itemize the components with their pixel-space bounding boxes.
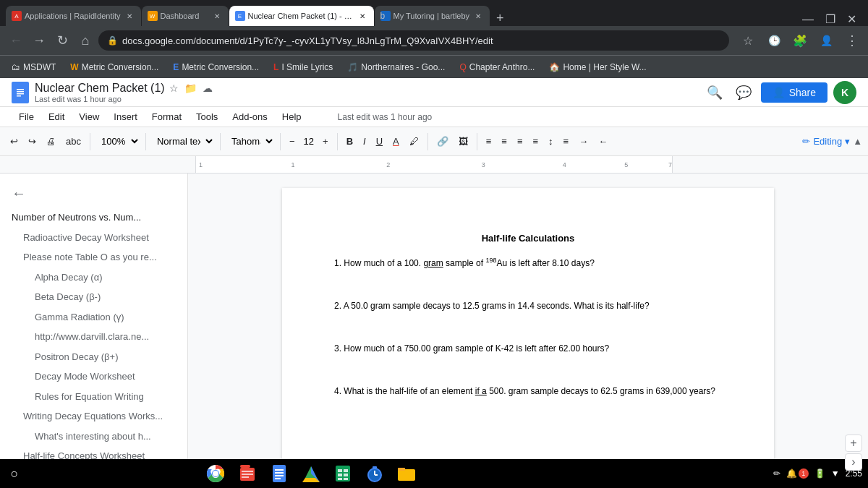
sidebar-item-8[interactable]: Decay Mode Worksheet xyxy=(0,367,187,387)
close-button[interactable]: ✕ xyxy=(847,12,856,26)
star-icon[interactable]: ☆ xyxy=(169,82,179,94)
editing-status[interactable]: ✏ Editing ▾ ▲ xyxy=(802,136,862,147)
svg-rect-8 xyxy=(240,465,250,468)
taskbar-files-icon[interactable] xyxy=(234,461,260,487)
new-tab-button[interactable]: + xyxy=(490,11,510,26)
move-to-drive-icon[interactable]: 📁 xyxy=(184,82,197,94)
highlight-button[interactable]: 🖊 xyxy=(405,133,423,150)
font-select[interactable]: Tahoma xyxy=(225,133,276,150)
restore-button[interactable]: ❐ xyxy=(825,12,835,26)
doc-page[interactable]: Half-life Calculations 1. How much of a … xyxy=(282,188,774,459)
bookmark-smile[interactable]: L I Smile Lyrics xyxy=(268,61,339,74)
sidebar-item-11[interactable]: What's interesting about h... xyxy=(0,427,187,447)
bookmark-northernaires[interactable]: 🎵 Northernaires - Goo... xyxy=(341,61,451,74)
taskbar-os-button[interactable]: ○ xyxy=(6,466,23,481)
account-icon[interactable]: 👤 xyxy=(816,30,836,51)
taskbar-docs-icon[interactable] xyxy=(266,461,292,487)
zoom-select[interactable]: 100% xyxy=(95,133,141,150)
history-icon[interactable]: 🕒 xyxy=(764,30,784,51)
tab-close-bartleby[interactable]: ✕ xyxy=(472,10,484,22)
outdent-button[interactable]: ← xyxy=(594,133,612,150)
refresh-button[interactable]: ↻ xyxy=(52,30,72,51)
italic-button[interactable]: I xyxy=(359,133,370,150)
image-button[interactable]: 🖼 xyxy=(454,133,472,150)
back-button[interactable]: ← xyxy=(6,30,26,51)
sidebar-item-6[interactable]: http://www.darvill.clara.ne... xyxy=(0,327,187,347)
undo-button[interactable]: ↩ xyxy=(6,133,22,150)
align-justify-button[interactable]: ≡ xyxy=(528,133,542,150)
sidebar-item-7[interactable]: Positron Decay (β+) xyxy=(0,347,187,367)
menu-help[interactable]: Help xyxy=(275,108,309,125)
comments-icon[interactable]: 💬 xyxy=(732,81,755,104)
bookmark-msdwt[interactable]: 🗂 MSDWT xyxy=(6,61,61,74)
menu-tools[interactable]: Tools xyxy=(189,108,225,125)
sidebar-item-2[interactable]: Please note Table O as you re... xyxy=(0,247,187,267)
home-button[interactable]: ⌂ xyxy=(75,30,95,51)
doc-expand-button[interactable]: + xyxy=(845,435,862,452)
taskbar-timer-icon[interactable] xyxy=(362,461,388,487)
sidebar-item-5[interactable]: Gamma Radiation (γ) xyxy=(0,307,187,328)
doc-collapse-button[interactable]: › xyxy=(845,453,862,459)
menu-file[interactable]: File xyxy=(12,108,41,125)
taskbar-edit-icon[interactable]: ✏ xyxy=(773,468,780,479)
taskbar-folder-icon[interactable] xyxy=(393,461,420,487)
sidebar-item-1[interactable]: Radioactive Decay Worksheet xyxy=(0,228,187,248)
search-icon[interactable]: 🔍 xyxy=(703,81,726,104)
indent-button[interactable]: → xyxy=(574,133,592,150)
font-size-increase[interactable]: + xyxy=(318,133,333,150)
text-color-button[interactable]: A xyxy=(388,133,404,150)
tab-nuclear[interactable]: E Nuclear Chem Packet (1) - Goog... ✕ xyxy=(229,6,374,26)
align-left-button[interactable]: ≡ xyxy=(482,133,496,150)
extensions-icon[interactable]: 🧩 xyxy=(790,30,810,51)
taskbar-chrome-icon[interactable] xyxy=(203,461,229,487)
sidebar-item-10[interactable]: Writing Decay Equations Works... xyxy=(0,406,187,427)
tab-close-dashboard[interactable]: ✕ xyxy=(211,10,223,22)
align-right-button[interactable]: ≡ xyxy=(513,133,527,150)
minimize-button[interactable]: — xyxy=(802,13,814,26)
tab-close-rapididentity[interactable]: ✕ xyxy=(124,10,135,22)
style-select[interactable]: Normal text xyxy=(150,133,216,150)
bookmark-metric1[interactable]: W Metric Conversion... xyxy=(64,61,164,74)
taskbar-sheets-icon[interactable] xyxy=(330,461,356,487)
address-bar[interactable]: 🔒 docs.google.com/document/d/1PyTc7y-_-c… xyxy=(98,30,729,51)
bold-button[interactable]: B xyxy=(342,133,357,150)
bookmark-chapter[interactable]: Q Chapter Anthro... xyxy=(454,61,540,74)
redo-button[interactable]: ↪ xyxy=(24,133,41,150)
bookmark-star-icon[interactable]: ☆ xyxy=(738,30,758,51)
menu-view[interactable]: View xyxy=(72,108,106,125)
align-center-button[interactable]: ≡ xyxy=(497,133,511,150)
sidebar-item-12[interactable]: Half-life Concepts Worksheet xyxy=(0,446,187,459)
editing-collapse-icon[interactable]: ▲ xyxy=(853,136,862,147)
menu-format[interactable]: Format xyxy=(145,108,189,125)
tab-dashboard[interactable]: W Dashboard ✕ xyxy=(142,6,229,26)
sidebar-item-9[interactable]: Rules for Equation Writing xyxy=(0,387,187,407)
outline-back-button[interactable]: ← xyxy=(0,179,187,207)
svg-rect-33 xyxy=(373,466,377,468)
sidebar-item-3[interactable]: Alpha Decay (α) xyxy=(0,267,187,288)
tab-close-nuclear[interactable]: ✕ xyxy=(357,10,368,22)
tab-rapididentity[interactable]: A Applications | RapidIdentity ✕ xyxy=(6,6,141,26)
line-spacing-button[interactable]: ↕ xyxy=(544,133,558,150)
underline-button[interactable]: U xyxy=(372,133,387,150)
cloud-status-icon[interactable]: ☁ xyxy=(203,82,213,94)
tab-bartleby[interactable]: b My Tutoring | bartleby ✕ xyxy=(375,6,490,26)
link-button[interactable]: 🔗 xyxy=(433,133,453,150)
menu-edit[interactable]: Edit xyxy=(41,108,72,125)
user-avatar[interactable]: K xyxy=(833,81,856,104)
bookmark-metric2[interactable]: E Metric Conversion... xyxy=(167,61,265,74)
sidebar-item-0[interactable]: Number of Neutrons vs. Num... xyxy=(0,207,187,228)
bookmark-home[interactable]: 🏠 Home | Her Style W... xyxy=(543,61,652,74)
font-size-decrease[interactable]: − xyxy=(285,133,299,150)
print-button[interactable]: 🖨 xyxy=(42,133,60,150)
share-button[interactable]: 👤 Share xyxy=(761,82,827,103)
menu-insert[interactable]: Insert xyxy=(106,108,145,125)
spellcheck-button[interactable]: abc xyxy=(61,133,85,150)
menu-addons[interactable]: Add-ons xyxy=(225,108,274,125)
address-bar-area: ← → ↻ ⌂ 🔒 docs.google.com/document/d/1Py… xyxy=(0,26,868,55)
chrome-menu-icon[interactable]: ⋮ xyxy=(842,30,862,51)
forward-button[interactable]: → xyxy=(29,30,49,51)
list-button[interactable]: ≡ xyxy=(559,133,574,150)
sidebar-item-4[interactable]: Beta Decay (β-) xyxy=(0,287,187,307)
taskbar-drive-icon[interactable] xyxy=(298,461,324,487)
taskbar-notification-area[interactable]: 🔔 1 xyxy=(786,468,809,479)
